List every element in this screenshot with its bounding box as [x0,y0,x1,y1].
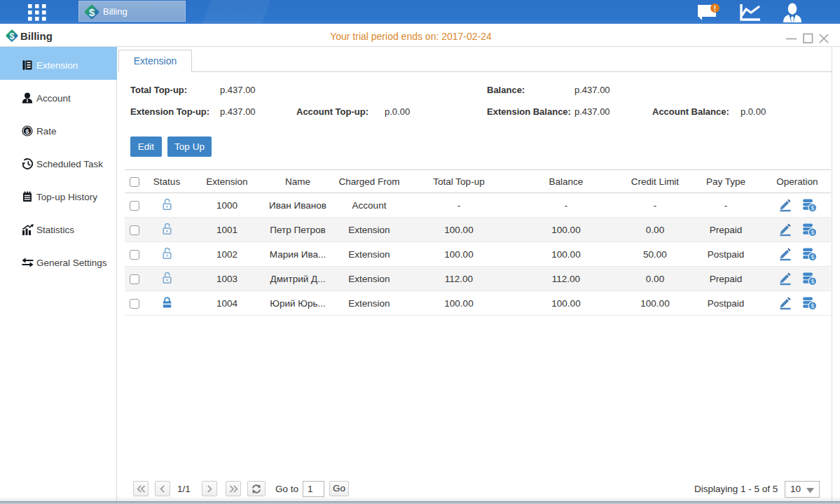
svg-text:$: $ [811,229,814,236]
svg-text:$: $ [811,302,814,309]
svg-text:$: $ [811,253,814,260]
svg-text:$: $ [811,204,814,211]
svg-text:!: ! [714,5,716,13]
svg-text:$: $ [811,278,814,285]
svg-text:$: $ [25,127,29,135]
svg-text:$: $ [89,6,95,18]
